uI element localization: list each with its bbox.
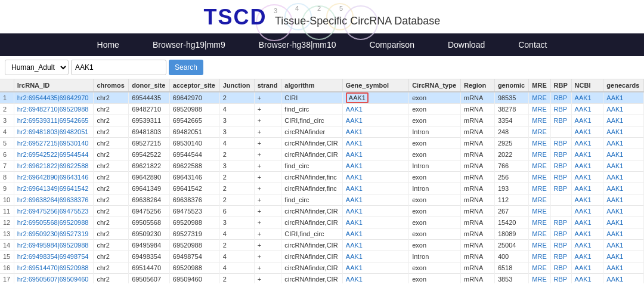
cell-gene[interactable]: AAK1: [342, 126, 408, 138]
cell-gene[interactable]: AAK1: [342, 172, 408, 183]
cell-gene[interactable]: AAK1: [342, 138, 408, 149]
cell-ncbi[interactable]: AAK1: [571, 240, 603, 251]
cell-ncbi[interactable]: AAK1: [571, 194, 603, 206]
nav-home[interactable]: Home: [80, 33, 136, 56]
cell-rbp[interactable]: RBP: [550, 138, 571, 149]
cell-rbp[interactable]: RBP: [550, 172, 571, 183]
cell-id[interactable]: hr2:69544435|69642970: [14, 92, 94, 104]
cell-ncbi[interactable]: AAK1: [571, 92, 603, 104]
cell-id[interactable]: hr2:69482710|69520988: [14, 104, 94, 115]
cell-genecards[interactable]: AAK1: [603, 172, 644, 183]
cell-ncbi[interactable]: AAK1: [571, 126, 603, 138]
cell-mre[interactable]: MRE: [529, 172, 550, 183]
search-button[interactable]: Search: [169, 60, 203, 75]
cell-id[interactable]: hr2:69542522|69544544: [14, 149, 94, 160]
cell-mre[interactable]: MRE: [529, 251, 550, 262]
organism-select[interactable]: Human_Adult Human_Fetal Mouse_Adult Mous…: [5, 60, 69, 75]
cell-mre[interactable]: MRE: [529, 149, 550, 160]
cell-gene[interactable]: AAK1: [342, 183, 408, 194]
cell-id[interactable]: hr2:69621822|69622588: [14, 160, 94, 172]
cell-ncbi[interactable]: AAK1: [571, 274, 603, 284]
cell-mre[interactable]: MRE: [529, 240, 550, 251]
cell-mre[interactable]: MRE: [529, 104, 550, 115]
cell-mre[interactable]: MRE: [529, 160, 550, 172]
cell-genecards[interactable]: AAK1: [603, 228, 644, 240]
cell-rbp[interactable]: RBP: [550, 115, 571, 126]
cell-gene[interactable]: AAK1: [342, 206, 408, 217]
cell-gene[interactable]: AAK1: [342, 228, 408, 240]
cell-mre[interactable]: MRE: [529, 274, 550, 284]
cell-id[interactable]: hr2:69527215|69530140: [14, 138, 94, 149]
cell-ncbi[interactable]: AAK1: [571, 251, 603, 262]
cell-genecards[interactable]: AAK1: [603, 194, 644, 206]
cell-genecards[interactable]: AAK1: [603, 217, 644, 228]
cell-ncbi[interactable]: AAK1: [571, 262, 603, 274]
cell-rbp[interactable]: RBP: [550, 160, 571, 172]
cell-mre[interactable]: MRE: [529, 115, 550, 126]
cell-genecards[interactable]: AAK1: [603, 274, 644, 284]
cell-gene[interactable]: AAK1: [342, 115, 408, 126]
cell-genecards[interactable]: AAK1: [603, 160, 644, 172]
cell-mre[interactable]: MRE: [529, 228, 550, 240]
cell-gene[interactable]: AAK1: [342, 149, 408, 160]
cell-mre[interactable]: MRE: [529, 206, 550, 217]
cell-gene[interactable]: AAK1: [342, 194, 408, 206]
cell-gene[interactable]: AAK1: [342, 217, 408, 228]
cell-id[interactable]: hr2:69642890|69643146: [14, 172, 94, 183]
cell-ncbi[interactable]: AAK1: [571, 149, 603, 160]
cell-genecards[interactable]: AAK1: [603, 262, 644, 274]
cell-id[interactable]: hr2:69505568|69520988: [14, 217, 94, 228]
cell-id[interactable]: hr2:69505607|69509460: [14, 274, 94, 284]
cell-gene[interactable]: AAK1: [342, 160, 408, 172]
cell-mre[interactable]: MRE: [529, 262, 550, 274]
cell-gene[interactable]: AAK1: [342, 262, 408, 274]
cell-ncbi[interactable]: AAK1: [571, 160, 603, 172]
cell-ncbi[interactable]: AAK1: [571, 206, 603, 217]
cell-genecards[interactable]: AAK1: [603, 138, 644, 149]
nav-contact[interactable]: Contact: [501, 33, 564, 56]
cell-rbp[interactable]: RBP: [550, 274, 571, 284]
cell-gene[interactable]: AAK1: [342, 104, 408, 115]
cell-genecards[interactable]: AAK1: [603, 183, 644, 194]
cell-genecards[interactable]: AAK1: [603, 240, 644, 251]
cell-genecards[interactable]: AAK1: [603, 149, 644, 160]
cell-rbp[interactable]: RBP: [550, 228, 571, 240]
cell-id[interactable]: hr2:69638264|69638376: [14, 194, 94, 206]
cell-ncbi[interactable]: AAK1: [571, 115, 603, 126]
cell-id[interactable]: hr2:69641349|69641542: [14, 183, 94, 194]
cell-genecards[interactable]: AAK1: [603, 104, 644, 115]
cell-id[interactable]: hr2:69514470|69520988: [14, 262, 94, 274]
cell-id[interactable]: hr2:69509230|69527319: [14, 228, 94, 240]
cell-genecards[interactable]: AAK1: [603, 206, 644, 217]
cell-ncbi[interactable]: AAK1: [571, 138, 603, 149]
cell-id[interactable]: hr2:69475256|69475523: [14, 206, 94, 217]
cell-id[interactable]: hr2:69498354|69498754: [14, 251, 94, 262]
cell-rbp[interactable]: RBP: [550, 149, 571, 160]
cell-rbp[interactable]: RBP: [550, 217, 571, 228]
cell-mre[interactable]: MRE: [529, 92, 550, 104]
cell-id[interactable]: hr2:69539311|69542665: [14, 115, 94, 126]
cell-rbp[interactable]: RBP: [550, 262, 571, 274]
cell-mre[interactable]: MRE: [529, 217, 550, 228]
cell-ncbi[interactable]: AAK1: [571, 183, 603, 194]
cell-gene[interactable]: AAK1: [342, 240, 408, 251]
cell-mre[interactable]: MRE: [529, 183, 550, 194]
cell-genecards[interactable]: AAK1: [603, 115, 644, 126]
cell-mre[interactable]: MRE: [529, 194, 550, 206]
cell-ncbi[interactable]: AAK1: [571, 217, 603, 228]
cell-ncbi[interactable]: AAK1: [571, 104, 603, 115]
cell-mre[interactable]: MRE: [529, 126, 550, 138]
cell-id[interactable]: hr2:69495984|69520988: [14, 240, 94, 251]
cell-id[interactable]: hr2:69481803|69482051: [14, 126, 94, 138]
cell-rbp[interactable]: RBP: [550, 251, 571, 262]
cell-mre[interactable]: MRE: [529, 138, 550, 149]
cell-genecards[interactable]: AAK1: [603, 92, 644, 104]
cell-genecards[interactable]: AAK1: [603, 251, 644, 262]
cell-rbp[interactable]: RBP: [550, 92, 571, 104]
search-input[interactable]: [71, 60, 166, 75]
cell-rbp[interactable]: RBP: [550, 183, 571, 194]
cell-ncbi[interactable]: AAK1: [571, 228, 603, 240]
cell-gene[interactable]: AAK1: [342, 92, 408, 104]
cell-ncbi[interactable]: AAK1: [571, 172, 603, 183]
cell-gene[interactable]: AAK1: [342, 251, 408, 262]
